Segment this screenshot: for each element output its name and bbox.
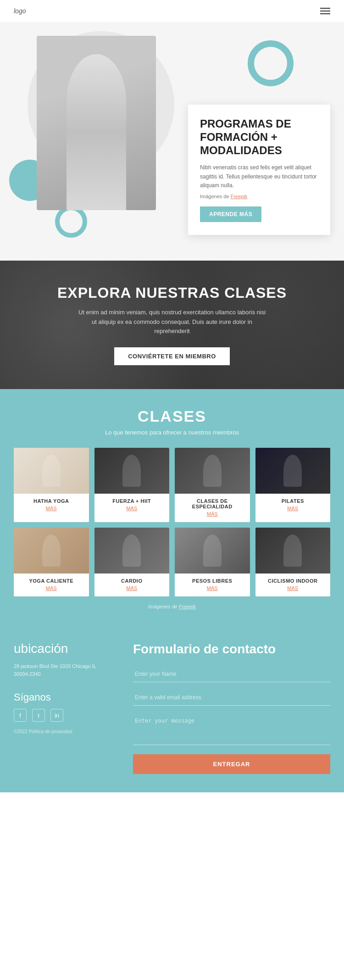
clase-card-pilates: PILATES MÁS [255,448,331,522]
clase-image-fuerza-hiit [94,448,170,494]
clase-name-especialidad: CLASES DE ESPECIALIDAD [179,498,245,509]
clases-section: CLASES Lo que tenemos para ofrecer a nue… [0,389,344,623]
clase-image-pilates [255,448,331,494]
clases-header: CLASES Lo que tenemos para ofrecer a nue… [14,407,330,436]
clase-mas-pesos-libres[interactable]: MÁS [179,585,245,591]
clase-image-yoga-caliente [14,528,89,574]
hero-title: PROGRAMAS DE FORMACIÓN + MODALIDADES [200,117,318,157]
contact-name-input[interactable] [133,666,330,682]
hero-freepik-note: Imágenes de Freepik [200,194,318,199]
menu-button[interactable] [320,8,330,14]
clases-title: CLASES [14,407,330,425]
clase-mas-pilates[interactable]: MÁS [260,506,326,511]
footer-left: ubicación 28 jackson Blvd Ste 1020 Chica… [0,623,119,792]
hero-card: PROGRAMAS DE FORMACIÓN + MODALIDADES Nib… [188,105,330,235]
clase-name-hatha-yoga: HATHA YOGA [18,498,84,504]
footer-right: Formulario de contacto ENTREGAR [119,623,344,792]
clase-info-yoga-caliente: YOGA CALIENTE MÁS [14,574,89,596]
clase-mas-cardio[interactable]: MÁS [99,585,165,591]
logo: logo [14,7,26,15]
clase-info-ciclismo-indoor: CICLISMO INDOOR MÁS [255,574,331,596]
clases-subtitle: Lo que tenemos para ofrecer a nuestros m… [14,429,330,436]
clase-info-cardio: CARDIO MÁS [94,574,170,596]
clase-image-cardio [94,528,170,574]
copyright-text: ©2022 Política de privacidad [14,729,105,734]
clase-info-pesos-libres: PESOS LIBRES MÁS [175,574,250,596]
clase-image-hatha-yoga [14,448,89,494]
footer: ubicación 28 jackson Blvd Ste 1020 Chica… [0,623,344,792]
clase-card-ciclismo-indoor: CICLISMO INDOOR MÁS [255,528,331,596]
clase-card-especialidad: CLASES DE ESPECIALIDAD MÁS [175,448,250,522]
explore-title: EXPLORA NUESTRAS CLASES [57,284,287,301]
aprende-mas-button[interactable]: APRENDE MÁS [200,206,261,222]
clase-card-hatha-yoga: HATHA YOGA MÁS [14,448,89,522]
clase-name-yoga-caliente: YOGA CALIENTE [18,578,84,584]
footer-location: ubicación 28 jackson Blvd Ste 1020 Chica… [14,641,105,678]
freepik-link[interactable]: Freepik [231,194,248,199]
social-icons-row: f t in [14,709,105,722]
social-title: Síganos [14,691,105,703]
clase-card-fuerza-hiit: FUERZA + HIIT MÁS [94,448,170,522]
footer-social: Síganos f t in ©2022 Política de privaci… [14,691,105,734]
hero-person-image [37,36,156,210]
header: logo [0,0,344,22]
location-address: 28 jackson Blvd Ste 1020 Chicago IL 3000… [14,663,105,678]
contact-form: Formulario de contacto ENTREGAR [133,641,330,774]
clase-name-cardio: CARDIO [99,578,165,584]
miembro-button[interactable]: CONVIÉRTETE EN MIEMBRO [114,347,230,365]
clase-name-pesos-libres: PESOS LIBRES [179,578,245,584]
clase-info-hatha-yoga: HATHA YOGA MÁS [14,494,89,517]
hero-circle-teal-ring-bottom [55,206,87,238]
clase-card-yoga-caliente: YOGA CALIENTE MÁS [14,528,89,596]
contact-message-input[interactable] [133,713,330,745]
clase-info-fuerza-hiit: FUERZA + HIIT MÁS [94,494,170,517]
entregar-button[interactable]: ENTREGAR [133,754,330,774]
clase-name-fuerza-hiit: FUERZA + HIIT [99,498,165,504]
contact-form-title: Formulario de contacto [133,641,330,657]
twitter-icon[interactable]: t [32,709,45,722]
clase-mas-hatha-yoga[interactable]: MÁS [18,506,84,511]
clases-images-note: Imágenes de Freepik [14,604,330,609]
hero-section: PROGRAMAS DE FORMACIÓN + MODALIDADES Nib… [0,22,344,261]
clase-info-pilates: PILATES MÁS [255,494,331,517]
location-title: ubicación [14,641,105,656]
clase-mas-yoga-caliente[interactable]: MÁS [18,585,84,591]
clase-image-especialidad [175,448,250,494]
explore-description: Ut enim ad minim veniam, quis nostrud ex… [76,308,268,336]
explore-section: EXPLORA NUESTRAS CLASES Ut enim ad minim… [0,261,344,389]
clase-mas-ciclismo-indoor[interactable]: MÁS [260,585,326,591]
clase-image-pesos-libres [175,528,250,574]
contact-email-input[interactable] [133,690,330,706]
clase-image-ciclismo-indoor [255,528,331,574]
clases-freepik-link[interactable]: Freepik [179,604,196,609]
clase-name-ciclismo-indoor: CICLISMO INDOOR [260,578,326,584]
facebook-icon[interactable]: f [14,709,27,722]
clase-name-pilates: PILATES [260,498,326,504]
clase-mas-fuerza-hiit[interactable]: MÁS [99,506,165,511]
clase-card-pesos-libres: PESOS LIBRES MÁS [175,528,250,596]
clases-grid: HATHA YOGA MÁS FUERZA + HIIT MÁS CLASES … [14,448,330,596]
instagram-icon[interactable]: in [50,709,63,722]
hero-description: Nibh venenatis cras sed felis eget velit… [200,163,318,190]
clase-info-especialidad: CLASES DE ESPECIALIDAD MÁS [175,494,250,522]
hero-circle-teal-ring-top [248,40,294,86]
clase-card-cardio: CARDIO MÁS [94,528,170,596]
clase-mas-especialidad[interactable]: MÁS [179,511,245,517]
